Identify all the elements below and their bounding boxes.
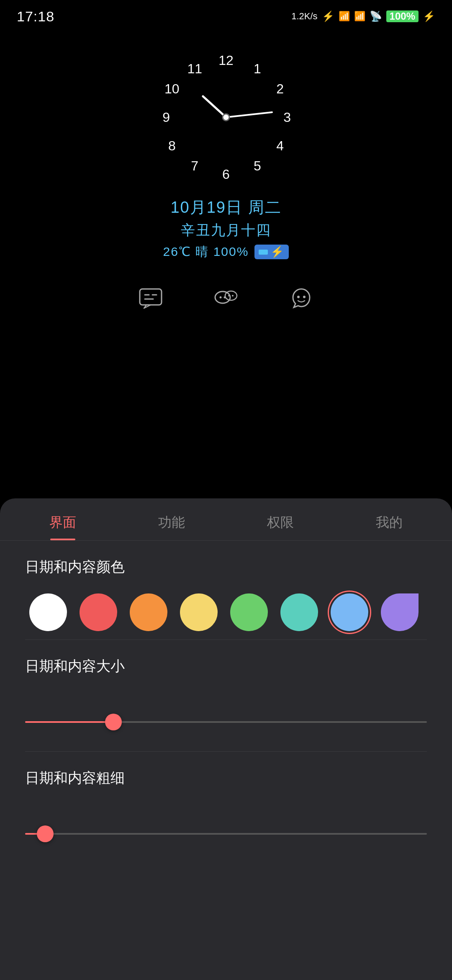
svg-point-8 bbox=[225, 291, 237, 300]
svg-point-12 bbox=[232, 295, 234, 297]
size-slider-track bbox=[25, 721, 427, 723]
network-speed: 1.2K/s bbox=[291, 11, 317, 22]
wechat-icon[interactable] bbox=[209, 281, 243, 315]
svg-point-9 bbox=[220, 297, 222, 299]
weather-text: 26℃ 晴 100% bbox=[163, 243, 249, 260]
swatch-orange[interactable] bbox=[130, 593, 167, 631]
status-icons: 1.2K/s ⚡ 📶 📶 📡 100% ⚡ bbox=[291, 10, 435, 22]
size-slider-section bbox=[0, 701, 452, 751]
date-main: 10月19日 周二 bbox=[163, 197, 289, 218]
battery-widget: ⚡ bbox=[254, 245, 289, 259]
analog-clock: 12 1 2 3 4 5 6 7 8 9 10 11 bbox=[155, 46, 297, 188]
tab-gong-neng[interactable]: 功能 bbox=[117, 498, 226, 540]
weight-slider-wrapper bbox=[25, 821, 427, 846]
swatch-purple[interactable] bbox=[381, 593, 419, 631]
color-section: 日期和内容颜色 bbox=[0, 541, 452, 640]
date-info: 10月19日 周二 辛丑九月十四 26℃ 晴 100% ⚡ bbox=[163, 197, 289, 260]
swatch-green[interactable] bbox=[230, 593, 268, 631]
weight-section-title: 日期和内容粗细 bbox=[25, 769, 427, 788]
swatch-blue[interactable] bbox=[331, 593, 368, 631]
bottom-panel: 界面 功能 权限 我的 日期和内容颜色 日期和内容大小 bbox=[0, 498, 452, 980]
svg-point-11 bbox=[228, 295, 230, 297]
status-time: 17:18 bbox=[17, 8, 54, 25]
tab-wo-de[interactable]: 我的 bbox=[335, 498, 444, 540]
svg-point-7 bbox=[215, 291, 230, 303]
svg-point-13 bbox=[297, 296, 300, 298]
clock-hands-svg bbox=[155, 46, 297, 188]
svg-line-1 bbox=[226, 112, 272, 117]
size-slider-fill bbox=[25, 721, 113, 723]
weight-slider-track bbox=[25, 833, 427, 835]
size-slider-thumb[interactable] bbox=[105, 714, 122, 730]
tab-jie-mian[interactable]: 界面 bbox=[8, 498, 117, 540]
charging-icon: ⚡ bbox=[423, 10, 435, 22]
weather-row: 26℃ 晴 100% ⚡ bbox=[163, 243, 289, 260]
chat-icon[interactable] bbox=[134, 281, 167, 315]
svg-rect-3 bbox=[140, 289, 162, 305]
swatch-yellow[interactable] bbox=[180, 593, 218, 631]
color-swatches bbox=[25, 593, 427, 631]
size-slider-wrapper bbox=[25, 709, 427, 735]
swatch-white[interactable] bbox=[29, 593, 67, 631]
clock-section: 12 1 2 3 4 5 6 7 8 9 10 11 10月19日 周二 辛丑九… bbox=[0, 29, 452, 315]
svg-point-10 bbox=[224, 297, 226, 299]
weight-slider-section bbox=[0, 813, 452, 863]
svg-line-0 bbox=[203, 96, 226, 117]
battery-icon: 100% bbox=[386, 10, 419, 22]
qq-icon[interactable] bbox=[285, 281, 318, 315]
svg-point-14 bbox=[303, 296, 306, 298]
signal-icon-2: 📶 bbox=[354, 11, 365, 22]
signal-icon: 📶 bbox=[339, 11, 350, 22]
tabs: 界面 功能 权限 我的 bbox=[0, 498, 452, 541]
color-section-title: 日期和内容颜色 bbox=[25, 557, 427, 577]
date-lunar: 辛丑九月十四 bbox=[163, 221, 289, 240]
app-icons-row bbox=[134, 281, 318, 315]
swatch-teal[interactable] bbox=[280, 593, 318, 631]
swatch-red[interactable] bbox=[80, 593, 117, 631]
wifi-icon: 📡 bbox=[370, 10, 382, 22]
status-bar: 17:18 1.2K/s ⚡ 📶 📶 📡 100% ⚡ bbox=[0, 0, 452, 29]
weight-section: 日期和内容粗细 bbox=[0, 752, 452, 813]
bluetooth-icon: ⚡ bbox=[322, 10, 334, 22]
size-section-title: 日期和内容大小 bbox=[25, 657, 427, 676]
tab-quan-xian[interactable]: 权限 bbox=[226, 498, 335, 540]
battery-bar bbox=[259, 250, 268, 255]
svg-point-2 bbox=[223, 114, 229, 121]
size-section: 日期和内容大小 bbox=[0, 640, 452, 701]
weight-slider-thumb[interactable] bbox=[37, 825, 54, 842]
